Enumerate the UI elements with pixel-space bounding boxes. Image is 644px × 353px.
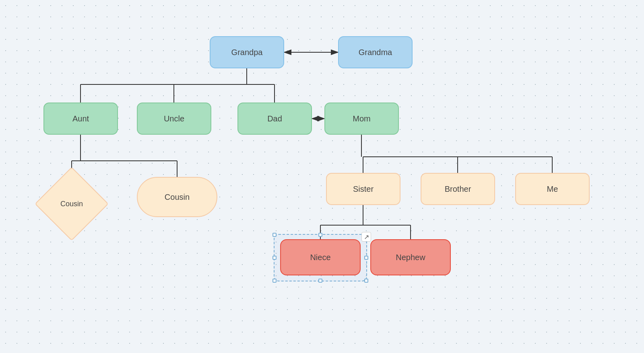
mom-label: Mom — [353, 114, 370, 123]
mom-node[interactable]: Mom — [324, 103, 399, 135]
cousin1-label: Cousin — [60, 200, 83, 208]
nephew-label: Nephew — [396, 253, 425, 262]
handle-bc[interactable] — [318, 279, 322, 283]
handle-tl[interactable] — [272, 233, 277, 237]
brother-label: Brother — [445, 185, 471, 194]
cousin2-label: Cousin — [165, 193, 190, 202]
grandma-label: Grandma — [359, 48, 392, 57]
sister-label: Sister — [353, 185, 374, 194]
me-node[interactable]: Me — [515, 173, 590, 205]
grandpa-node[interactable]: Grandpa — [210, 36, 284, 68]
handle-ml[interactable] — [272, 256, 277, 260]
dad-label: Dad — [267, 114, 282, 123]
diagram-canvas[interactable]: Grandpa Grandma Aunt Uncle Dad Mom Cousi… — [0, 0, 644, 353]
handle-tc[interactable] — [318, 233, 322, 237]
cousin2-node[interactable]: Cousin — [137, 177, 217, 217]
aunt-label: Aunt — [72, 114, 89, 123]
grandpa-label: Grandpa — [231, 48, 263, 57]
me-label: Me — [547, 185, 558, 194]
niece-label: Niece — [310, 253, 330, 262]
uncle-node[interactable]: Uncle — [137, 103, 211, 135]
cousin1-node[interactable]: Cousin — [45, 178, 98, 230]
resize-icon[interactable]: ↗ — [361, 232, 371, 242]
niece-node[interactable]: Niece — [280, 239, 361, 275]
handle-br[interactable] — [364, 279, 368, 283]
dad-node[interactable]: Dad — [237, 103, 312, 135]
grandma-node[interactable]: Grandma — [338, 36, 413, 68]
brother-node[interactable]: Brother — [421, 173, 495, 205]
aunt-node[interactable]: Aunt — [43, 103, 118, 135]
handle-bl[interactable] — [272, 279, 277, 283]
handle-mr[interactable] — [364, 256, 368, 260]
nephew-node[interactable]: Nephew — [370, 239, 451, 275]
sister-node[interactable]: Sister — [326, 173, 400, 205]
uncle-label: Uncle — [164, 114, 184, 123]
